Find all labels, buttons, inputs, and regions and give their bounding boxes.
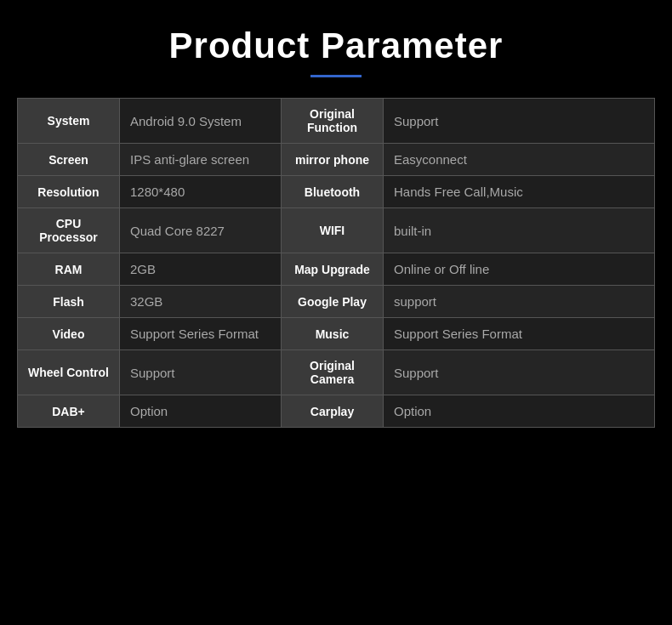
right-label-cell: Google Play <box>282 286 384 318</box>
left-value-cell: IPS anti-glare screen <box>120 144 282 176</box>
right-label-cell: Original Camera <box>282 350 384 395</box>
table-row: Resolution1280*480BluetoothHands Free Ca… <box>18 176 655 208</box>
right-label-cell: WIFI <box>282 208 384 253</box>
left-value-cell: 32GB <box>120 286 282 318</box>
right-value-cell: Option <box>384 395 655 428</box>
left-label-cell: DAB+ <box>18 395 120 428</box>
table-row: ScreenIPS anti-glare screenmirror phoneE… <box>18 144 655 176</box>
left-label-cell: Resolution <box>18 176 120 208</box>
table-row: DAB+OptionCarplayOption <box>18 395 655 428</box>
left-value-cell: Support Series Format <box>120 318 282 350</box>
left-label-cell: Screen <box>18 144 120 176</box>
table-row: Wheel ControlSupportOriginal CameraSuppo… <box>18 350 655 395</box>
right-value-cell: built-in <box>384 208 655 253</box>
left-label-cell: RAM <box>18 253 120 286</box>
page-title: Product Parameter <box>169 26 504 66</box>
right-value-cell: Support <box>384 350 655 395</box>
right-value-cell: Easyconnect <box>384 144 655 176</box>
table-row: RAM2GBMap UpgradeOnline or Off line <box>18 253 655 286</box>
left-value-cell: Quad Core 8227 <box>120 208 282 253</box>
table-row: SystemAndroid 9.0 SystemOriginal Functio… <box>18 99 655 144</box>
left-value-cell: Option <box>120 395 282 428</box>
right-label-cell: Original Function <box>282 99 384 144</box>
right-label-cell: mirror phone <box>282 144 384 176</box>
parameter-table: SystemAndroid 9.0 SystemOriginal Functio… <box>17 98 655 428</box>
right-value-cell: support <box>384 286 655 318</box>
title-underline <box>310 75 362 77</box>
table-row: VideoSupport Series FormatMusicSupport S… <box>18 318 655 350</box>
right-label-cell: Music <box>282 318 384 350</box>
left-label-cell: Video <box>18 318 120 350</box>
right-value-cell: Hands Free Call,Music <box>384 176 655 208</box>
left-value-cell: 1280*480 <box>120 176 282 208</box>
right-label-cell: Bluetooth <box>282 176 384 208</box>
right-label-cell: Carplay <box>282 395 384 428</box>
right-label-cell: Map Upgrade <box>282 253 384 286</box>
left-value-cell: Support <box>120 350 282 395</box>
left-label-cell: Flash <box>18 286 120 318</box>
right-value-cell: Support Series Format <box>384 318 655 350</box>
left-label-cell: CPU Processor <box>18 208 120 253</box>
left-value-cell: 2GB <box>120 253 282 286</box>
table-row: Flash32GBGoogle Playsupport <box>18 286 655 318</box>
left-label-cell: System <box>18 99 120 144</box>
table-row: CPU ProcessorQuad Core 8227WIFIbuilt-in <box>18 208 655 253</box>
right-value-cell: Support <box>384 99 655 144</box>
right-value-cell: Online or Off line <box>384 253 655 286</box>
left-value-cell: Android 9.0 System <box>120 99 282 144</box>
left-label-cell: Wheel Control <box>18 350 120 395</box>
